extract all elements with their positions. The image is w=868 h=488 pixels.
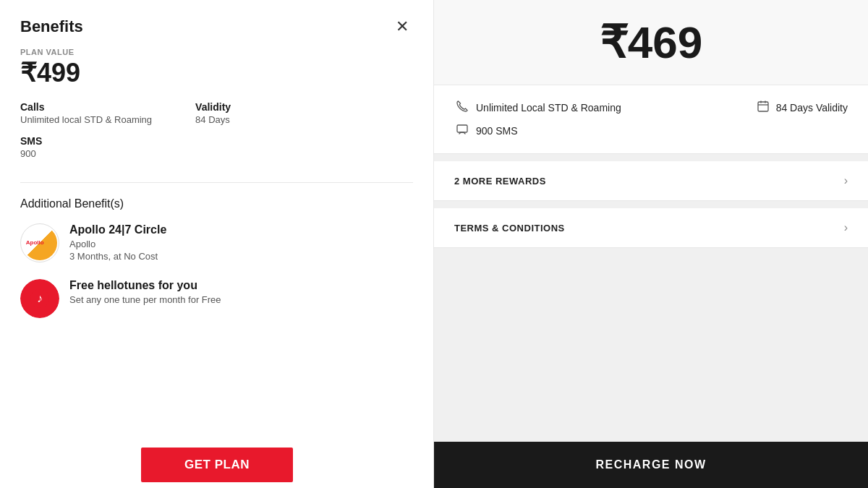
- calls-feature-text: Unlimited Local STD & Roaming: [476, 102, 621, 114]
- calls-label: Calls: [20, 101, 152, 113]
- divider: [20, 182, 413, 183]
- features-section: Unlimited Local STD & Roaming 84 Days Va…: [434, 85, 868, 154]
- hellotunes-svg: ♪: [30, 288, 50, 309]
- hellotunes-detail: Set any one tune per month for Free: [69, 294, 221, 305]
- hellotunes-title: Free hellotunes for you: [69, 279, 221, 292]
- bottom-bar-left: GET PLAN: [0, 442, 434, 488]
- separator-1: [434, 154, 868, 161]
- validity-label: Validity: [195, 101, 231, 113]
- apollo-title: Apollo 24|7 Circle: [69, 223, 166, 236]
- benefits-title: Benefits: [20, 17, 83, 36]
- calls-block: Calls Unlimited local STD & Roaming: [20, 101, 152, 125]
- main-price: ₹469: [600, 16, 702, 69]
- phone-icon: [454, 100, 470, 116]
- bottom-spacer: [434, 248, 868, 442]
- rewards-section[interactable]: 2 MORE REWARDS ›: [434, 161, 868, 201]
- calls-validity-row: Calls Unlimited local STD & Roaming Vali…: [20, 101, 413, 125]
- get-plan-button[interactable]: GET PLAN: [141, 448, 293, 482]
- apollo-logo: Apollo24·7: [22, 226, 57, 260]
- svg-rect-3: [457, 125, 467, 132]
- rewards-chevron: ›: [844, 174, 848, 187]
- price-header: ₹469: [434, 0, 868, 85]
- close-button[interactable]: ✕: [391, 17, 413, 36]
- apollo-icon-wrap: Apollo24·7: [20, 223, 59, 262]
- calls-value: Unlimited local STD & Roaming: [20, 114, 152, 125]
- svg-text:♪: ♪: [37, 292, 43, 304]
- left-header: Benefits ✕: [20, 17, 413, 36]
- hellotunes-text: Free hellotunes for you Set any one tune…: [69, 279, 221, 307]
- validity-value: 84 Days: [195, 114, 231, 125]
- sms-label: SMS: [20, 135, 413, 147]
- tnc-section[interactable]: TERMS & CONDITIONS ›: [434, 208, 868, 248]
- sms-value: 900: [20, 148, 413, 159]
- sms-block: SMS 900: [20, 135, 413, 159]
- rewards-title: 2 MORE REWARDS: [454, 176, 546, 187]
- recharge-label: RECHARGE NOW: [595, 458, 706, 471]
- plan-value-amount: ₹499: [20, 58, 413, 88]
- validity-feature-text: 84 Days Validity: [776, 102, 848, 114]
- right-panel: ₹469 Unlimited Local STD & Roaming 84 Da…: [434, 0, 868, 488]
- validity-block: Validity 84 Days: [195, 101, 231, 125]
- calls-feature-row: Unlimited Local STD & Roaming 84 Days Va…: [454, 100, 848, 116]
- hellotunes-icon: ♪: [20, 279, 59, 318]
- tnc-title: TERMS & CONDITIONS: [454, 223, 565, 234]
- recharge-now-button[interactable]: RECHARGE NOW: [434, 442, 868, 488]
- apollo-text: Apollo 24|7 Circle Apollo 3 Months, at N…: [69, 223, 166, 263]
- sms-feature-row: 900 SMS: [454, 123, 848, 139]
- calendar-icon: [755, 100, 771, 116]
- hellotunes-icon-wrap: ♪: [20, 279, 59, 318]
- apollo-detail: 3 Months, at No Cost: [69, 251, 166, 262]
- apollo-benefit: Apollo24·7 Apollo 24|7 Circle Apollo 3 M…: [20, 223, 413, 263]
- validity-feature: 84 Days Validity: [755, 100, 848, 116]
- additional-benefits-title: Additional Benefit(s): [20, 197, 413, 210]
- sms-feature-text: 900 SMS: [476, 125, 518, 137]
- tnc-chevron: ›: [844, 221, 848, 234]
- sms-icon: [454, 123, 470, 139]
- apollo-provider: Apollo: [69, 239, 166, 249]
- plan-value-label: PLAN VALUE: [20, 48, 413, 56]
- left-panel: Benefits ✕ PLAN VALUE ₹499 Calls Unlimit…: [0, 0, 434, 488]
- svg-rect-2: [758, 102, 768, 111]
- hellotunes-benefit: ♪ Free hellotunes for you Set any one tu…: [20, 279, 413, 318]
- separator-2: [434, 201, 868, 208]
